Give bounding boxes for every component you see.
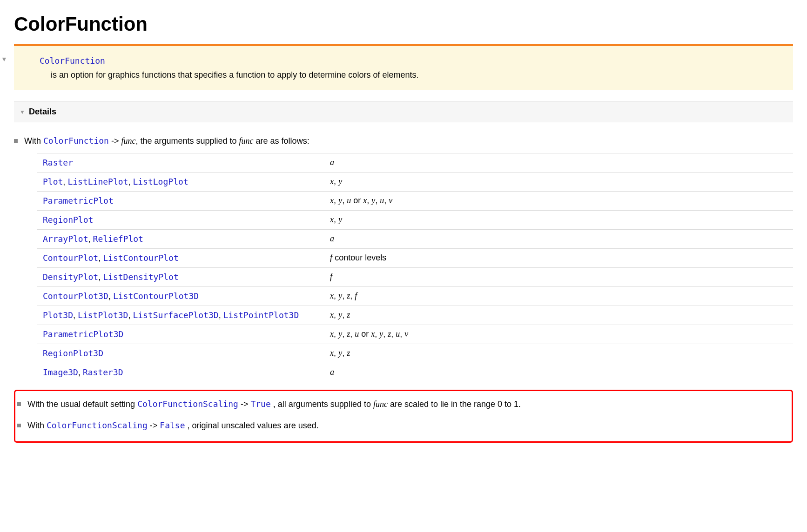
symbol-link[interactable]: ListPlot3D: [78, 310, 128, 320]
symbol-link[interactable]: Plot: [43, 177, 63, 186]
symbols-cell: ParametricPlot3D: [37, 325, 324, 344]
separator: ,: [128, 311, 133, 320]
intro-text2: , the arguments supplied to: [135, 136, 239, 146]
details-section-header[interactable]: ▼ Details: [14, 101, 793, 122]
scaling-false-bullet: With ColorFunctionScaling -> False , ori…: [17, 416, 790, 438]
symbols-cell: ArrayPlot, ReliefPlot: [37, 230, 324, 249]
args-cell: x, y, u or x, y, u, v: [324, 192, 793, 211]
separator: ,: [78, 368, 83, 377]
symbol-link[interactable]: ListDensityPlot: [103, 272, 179, 282]
separator: ,: [98, 253, 103, 263]
args-cell: f: [324, 268, 793, 287]
colorfunction-symbol-link[interactable]: ColorFunction: [43, 136, 109, 146]
scaling-true-bullet: With the usual default setting ColorFunc…: [17, 395, 790, 416]
summary-description: is an option for graphics functions that…: [51, 69, 767, 81]
table-row: RegionPlot3Dx, y, z: [37, 344, 793, 363]
symbol-link[interactable]: ParametricPlot: [43, 196, 114, 206]
separator: ,: [98, 273, 103, 282]
table-row: Plot, ListLinePlot, ListLogPlotx, y: [37, 173, 793, 192]
symbols-cell: Raster: [37, 153, 324, 173]
summary-collapse-toggle[interactable]: ▼: [1, 54, 7, 64]
separator: ,: [88, 234, 93, 244]
details-section-label: Details: [29, 106, 56, 118]
table-row: Plot3D, ListPlot3D, ListSurfacePlot3D, L…: [37, 306, 793, 325]
bullet-icon: [17, 424, 21, 427]
symbols-cell: RegionPlot3D: [37, 344, 324, 363]
chevron-down-icon: ▼: [20, 108, 25, 116]
colorfunctionscaling-link[interactable]: ColorFunctionScaling: [137, 399, 238, 409]
func-italic: func: [121, 136, 135, 146]
args-cell: f contour levels: [324, 249, 793, 268]
symbol-link[interactable]: RegionPlot3D: [43, 348, 103, 358]
table-row: ParametricPlot3Dx, y, z, u or x, y, z, u…: [37, 325, 793, 344]
separator: ,: [63, 177, 67, 186]
symbol-link[interactable]: ListContourPlot3D: [113, 291, 199, 301]
symbol-link[interactable]: ListSurfacePlot3D: [133, 310, 218, 320]
separator: ,: [73, 311, 78, 320]
symbols-cell: ContourPlot, ListContourPlot: [37, 249, 324, 268]
bullet-icon: [17, 402, 21, 406]
symbol-link[interactable]: ContourPlot3D: [43, 291, 108, 301]
symbol-link[interactable]: ListLinePlot: [67, 177, 128, 186]
table-row: ContourPlot3D, ListContourPlot3Dx, y, z,…: [37, 287, 793, 306]
text: , all arguments supplied to: [273, 399, 373, 409]
symbols-cell: Plot, ListLinePlot, ListLogPlot: [37, 173, 324, 192]
symbol-link[interactable]: Plot3D: [43, 310, 73, 320]
separator: ,: [108, 292, 113, 301]
args-cell: x, y, z, u or x, y, z, u, v: [324, 325, 793, 344]
args-cell: x, y, z, f: [324, 287, 793, 306]
symbol-link[interactable]: ReliefPlot: [93, 234, 143, 244]
symbols-cell: ContourPlot3D, ListContourPlot3D: [37, 287, 324, 306]
bullet-icon: [14, 139, 18, 143]
arrow-text: ->: [111, 136, 121, 146]
args-cell: a: [324, 153, 793, 173]
symbol-link[interactable]: ParametricPlot3D: [43, 329, 123, 339]
symbol-link[interactable]: Raster3D: [83, 367, 123, 377]
arrow-text: ->: [150, 421, 160, 430]
symbol-link[interactable]: RegionPlot: [43, 215, 93, 225]
false-symbol-link[interactable]: False: [160, 420, 185, 430]
args-cell: x, y: [324, 211, 793, 230]
table-row: Image3D, Raster3Da: [37, 363, 793, 382]
page-title: ColorFunction: [14, 9, 793, 39]
true-symbol-link[interactable]: True: [250, 399, 270, 409]
table-row: ParametricPlotx, y, u or x, y, u, v: [37, 192, 793, 211]
args-cell: a: [324, 230, 793, 249]
symbol-link[interactable]: ListContourPlot: [103, 253, 179, 263]
symbol-link[interactable]: ListLogPlot: [133, 177, 188, 186]
text: are scaled to lie in the range 0 to 1.: [388, 399, 521, 409]
intro-bullet: With ColorFunction -> func, the argument…: [14, 132, 793, 153]
args-cell: x, y, z: [324, 306, 793, 325]
details-body: With ColorFunction -> func, the argument…: [14, 122, 793, 452]
table-row: RegionPlotx, y: [37, 211, 793, 230]
table-row: Rastera: [37, 153, 793, 173]
symbols-cell: Image3D, Raster3D: [37, 363, 324, 382]
table-row: ArrayPlot, ReliefPlota: [37, 230, 793, 249]
symbol-link[interactable]: ArrayPlot: [43, 234, 88, 244]
intro-text3: are as follows:: [254, 136, 309, 146]
symbols-cell: DensityPlot, ListDensityPlot: [37, 268, 324, 287]
func-italic: func: [373, 399, 388, 409]
text: With the usual default setting: [27, 399, 137, 409]
summary-symbol[interactable]: ColorFunction: [40, 54, 767, 67]
symbols-cell: RegionPlot: [37, 211, 324, 230]
separator: ,: [128, 177, 133, 186]
table-row: DensityPlot, ListDensityPlotf: [37, 268, 793, 287]
symbols-cell: Plot3D, ListPlot3D, ListSurfacePlot3D, L…: [37, 306, 324, 325]
symbol-link[interactable]: DensityPlot: [43, 272, 98, 282]
intro-text: With: [24, 136, 43, 146]
symbols-cell: ParametricPlot: [37, 192, 324, 211]
args-cell: x, y, z: [324, 344, 793, 363]
symbol-link[interactable]: Image3D: [43, 367, 78, 377]
arrow-text: ->: [241, 399, 251, 409]
symbol-link[interactable]: ListPointPlot3D: [223, 310, 299, 320]
args-cell: a: [324, 363, 793, 382]
colorfunctionscaling-link[interactable]: ColorFunctionScaling: [47, 420, 148, 430]
summary-box: ColorFunction is an option for graphics …: [14, 46, 793, 90]
separator: ,: [219, 311, 223, 320]
highlighted-bullets: With the usual default setting ColorFunc…: [14, 390, 793, 443]
arguments-table: RasteraPlot, ListLinePlot, ListLogPlotx,…: [37, 153, 793, 382]
symbol-link[interactable]: Raster: [43, 158, 73, 167]
text: With: [27, 421, 47, 430]
symbol-link[interactable]: ContourPlot: [43, 253, 98, 263]
